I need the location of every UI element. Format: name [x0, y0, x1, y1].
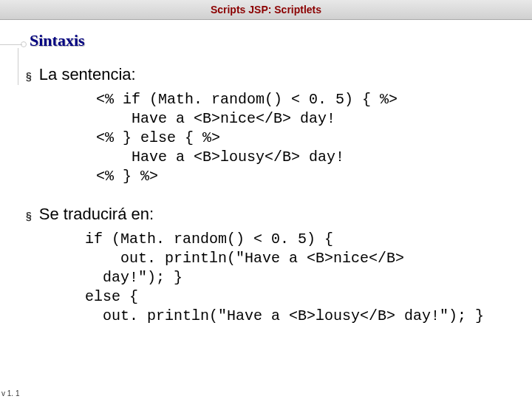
bullet-text-2: Se traducirá en:	[39, 205, 154, 224]
decoration-vertical	[18, 48, 18, 85]
code-block-jsp: <% if (Math. random() < 0. 5) { %> Have …	[96, 90, 517, 186]
version-label: v 1. 1	[1, 389, 19, 398]
bullet-marker: §	[26, 210, 32, 222]
bullet-text-1: La sentencia:	[39, 65, 136, 84]
bullet-marker: §	[26, 70, 32, 82]
decoration-circle	[21, 41, 27, 47]
bullet-item-1: § La sentencia:	[26, 65, 517, 84]
content-area: § La sentencia: <% if (Math. random() < …	[0, 65, 532, 326]
section-heading: Sintaxis	[30, 31, 532, 50]
header-title: Scripts JSP: Scriptlets	[211, 4, 321, 16]
decoration-line	[0, 44, 22, 45]
slide-header: Scripts JSP: Scriptlets	[0, 0, 532, 20]
code-block-java: if (Math. random() < 0. 5) { out. printl…	[85, 230, 517, 326]
bullet-item-2: § Se traducirá en:	[26, 205, 517, 224]
